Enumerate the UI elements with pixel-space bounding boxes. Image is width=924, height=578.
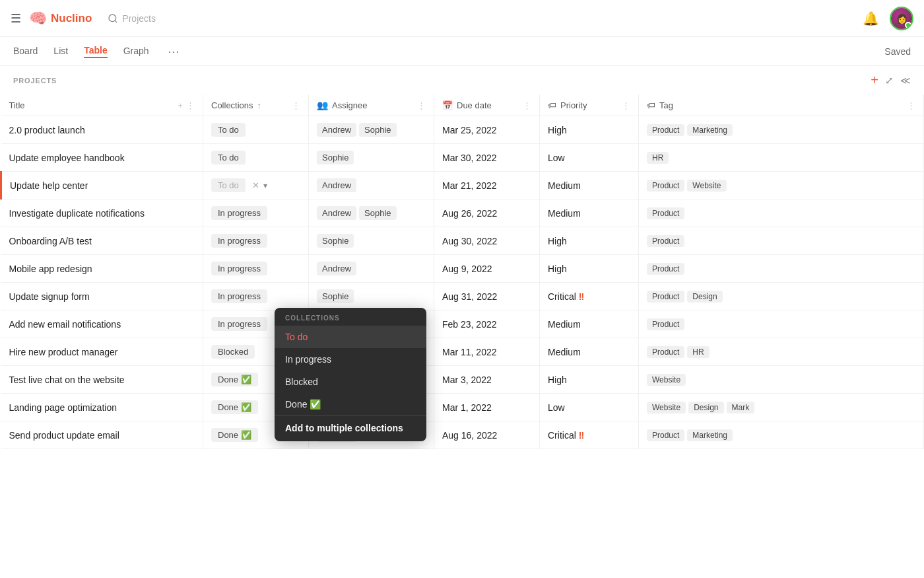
tab-list[interactable]: List — [53, 46, 68, 57]
notification-bell[interactable]: 🔔 — [863, 11, 879, 26]
collection-chip[interactable]: To do — [211, 123, 246, 137]
assignee-chip[interactable]: Andrew — [317, 178, 356, 192]
col-due-date-more[interactable]: ⋮ — [523, 100, 531, 110]
col-collections-more[interactable]: ⋮ — [292, 100, 300, 110]
assignee-chip[interactable]: Sophie — [317, 289, 354, 303]
dropdown-item-done[interactable]: Done ✅ — [275, 393, 426, 415]
collection-chip[interactable]: Done ✅ — [211, 400, 258, 414]
cell-assignee: AndrewSophie — [309, 116, 434, 144]
tab-more-icon[interactable]: ⋯ — [168, 44, 180, 59]
tag-chip[interactable]: Marketing — [687, 124, 733, 136]
cell-priority: Low — [540, 394, 639, 421]
collection-chip[interactable]: Done ✅ — [211, 428, 258, 442]
assignee-chip[interactable]: Sophie — [359, 123, 396, 137]
tab-table[interactable]: Table — [84, 45, 108, 58]
tag-chip[interactable]: Product — [647, 263, 684, 275]
collection-chip[interactable]: In progress — [211, 289, 267, 303]
collapse-icon[interactable]: ≪ — [900, 75, 911, 87]
tag-chip[interactable]: Product — [647, 207, 684, 219]
top-right-actions: 🔔 👩 — [863, 7, 913, 30]
tab-board[interactable]: Board — [13, 46, 38, 57]
cell-tag: ProductDesign — [639, 283, 924, 310]
dropdown-item-blocked[interactable]: Blocked — [275, 371, 426, 393]
assignee-chip[interactable]: Sophie — [317, 151, 354, 164]
collection-chip[interactable]: To do — [211, 178, 246, 192]
cell-assignee: AndrewSophie — [309, 199, 434, 227]
collection-chip[interactable]: To do — [211, 151, 246, 164]
collection-chip[interactable]: In progress — [211, 317, 267, 331]
tag-chip[interactable]: Product — [647, 124, 684, 136]
row-title[interactable]: Add new email notifications — [9, 319, 121, 330]
cell-tag: ProductWebsite — [639, 172, 924, 199]
assignee-chip[interactable]: Sophie — [317, 234, 354, 248]
cell-tag: Product — [639, 227, 924, 255]
menu-icon[interactable]: ☰ — [11, 11, 21, 26]
tag-chip[interactable]: HR — [647, 152, 669, 164]
assignee-chip[interactable]: Sophie — [359, 206, 396, 220]
cell-collection: To do — [203, 144, 309, 172]
row-title[interactable]: Mobile app redesign — [9, 264, 92, 274]
tag-chip[interactable]: Product — [647, 180, 684, 192]
tag-chip[interactable]: Product — [647, 291, 684, 303]
col-title-more[interactable]: ⋮ — [186, 100, 195, 110]
tab-graph[interactable]: Graph — [123, 46, 149, 57]
tag-chip[interactable]: HR — [687, 346, 709, 358]
tag-chip[interactable]: Marketing — [687, 429, 733, 441]
cell-assignee: Andrew — [309, 255, 434, 283]
collection-chip[interactable]: In progress — [211, 206, 267, 220]
assignee-chip[interactable]: Andrew — [317, 123, 356, 137]
tag-chip[interactable]: Mark — [727, 402, 755, 414]
tag-chip[interactable]: Product — [647, 429, 684, 441]
row-title[interactable]: Update employee handbook — [9, 153, 125, 163]
tag-chip[interactable]: Design — [688, 402, 723, 414]
col-due-date-label: Due date — [457, 100, 492, 110]
collection-remove-icon[interactable]: ✕ — [252, 180, 259, 190]
assignee-chip[interactable]: Andrew — [317, 206, 356, 220]
tag-chip[interactable]: Website — [687, 180, 726, 192]
row-title[interactable]: Update help center — [10, 180, 88, 191]
user-avatar[interactable]: 👩 — [890, 7, 913, 30]
row-title[interactable]: Update signup form — [9, 291, 90, 302]
collection-chip[interactable]: Done ✅ — [211, 373, 258, 386]
row-title[interactable]: Send product update email — [9, 430, 119, 441]
row-title[interactable]: 2.0 product launch — [9, 125, 85, 135]
expand-icon[interactable]: ⤢ — [885, 75, 894, 87]
tag-chip[interactable]: Design — [687, 291, 722, 303]
col-title-add[interactable]: + — [178, 100, 183, 110]
row-title[interactable]: Landing page optimization — [9, 402, 117, 413]
col-collections-sort[interactable]: ↑ — [257, 100, 262, 110]
row-title[interactable]: Test live chat on the website — [9, 375, 125, 385]
row-title[interactable]: Investigate duplicate notifications — [9, 208, 145, 219]
cell-title: Investigate duplicate notifications — [1, 199, 203, 227]
dropdown-item-todo[interactable]: To do — [275, 326, 426, 348]
tag-chip[interactable]: Product — [647, 235, 684, 247]
collection-chip[interactable]: In progress — [211, 262, 267, 275]
dropdown-item-inprogress[interactable]: In progress — [275, 348, 426, 371]
add-icon[interactable]: + — [871, 73, 878, 88]
tag-chip[interactable]: Product — [647, 346, 684, 358]
col-title: Title + ⋮ — [1, 94, 203, 116]
tag-chip[interactable]: Product — [647, 318, 684, 330]
cell-due-date: Aug 9, 2022 — [434, 255, 540, 283]
cell-tag: ProductHR — [639, 338, 924, 366]
collection-chip[interactable]: In progress — [211, 234, 267, 248]
col-collections: Collections ↑ ⋮ — [203, 94, 309, 116]
tag-chip[interactable]: Website — [647, 402, 686, 414]
cell-tag: Product — [639, 199, 924, 227]
col-assignee-more[interactable]: ⋮ — [417, 100, 426, 110]
collection-chevron-icon[interactable]: ▾ — [263, 181, 267, 190]
collection-chip[interactable]: Blocked — [211, 345, 255, 359]
tag-chip[interactable]: Website — [647, 374, 686, 386]
row-title[interactable]: Onboarding A/B test — [9, 236, 92, 246]
search-area[interactable]: Projects — [108, 13, 156, 24]
cell-title: Add new email notifications — [1, 310, 203, 338]
assignee-chip[interactable]: Andrew — [317, 262, 356, 275]
col-priority-more[interactable]: ⋮ — [622, 100, 630, 110]
row-title[interactable]: Hire new product manager — [9, 347, 118, 357]
cell-title: Test live chat on the website — [1, 366, 203, 394]
col-tag-more[interactable]: ⋮ — [907, 100, 915, 110]
cell-priority: High — [540, 227, 639, 255]
cell-priority: Critical ‼ — [540, 283, 639, 310]
dropdown-add-multiple[interactable]: Add to multiple collections — [275, 415, 426, 441]
cell-assignee: Andrew — [309, 172, 434, 199]
